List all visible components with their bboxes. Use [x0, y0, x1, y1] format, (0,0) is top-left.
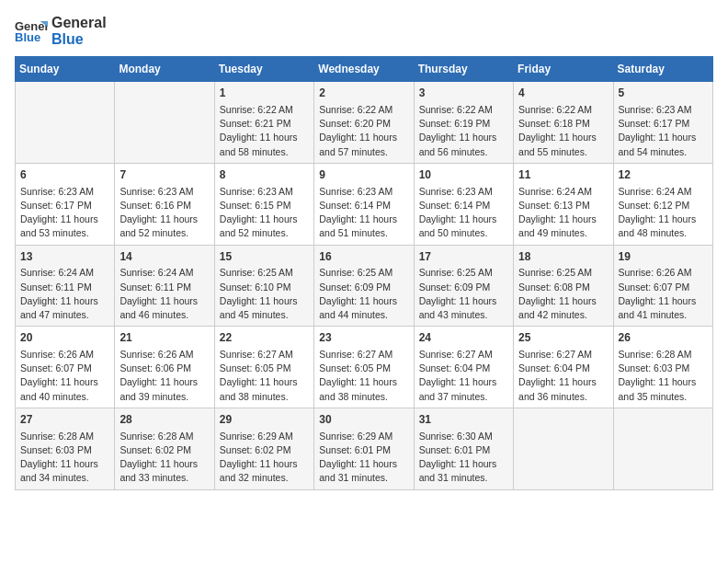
day-number: 25: [518, 330, 608, 346]
cell-content: Sunrise: 6:29 AMSunset: 6:02 PMDaylight:…: [220, 430, 309, 486]
cell-content: Sunrise: 6:26 AMSunset: 6:07 PMDaylight:…: [20, 348, 109, 404]
day-number: 14: [119, 249, 209, 265]
calendar-cell: 31Sunrise: 6:30 AMSunset: 6:01 PMDayligh…: [414, 408, 513, 489]
cell-content: Sunrise: 6:23 AMSunset: 6:17 PMDaylight:…: [20, 185, 109, 241]
logo: General Blue General Blue: [15, 15, 107, 47]
calendar-cell: 28Sunrise: 6:28 AMSunset: 6:02 PMDayligh…: [115, 408, 214, 489]
cell-content: Sunrise: 6:24 AMSunset: 6:13 PMDaylight:…: [518, 185, 608, 241]
day-number: 8: [220, 167, 309, 183]
cell-content: Sunrise: 6:23 AMSunset: 6:17 PMDaylight:…: [619, 103, 708, 159]
col-header-saturday: Saturday: [613, 57, 712, 82]
day-number: 10: [419, 167, 508, 183]
day-number: 2: [319, 86, 408, 101]
calendar-cell: 5Sunrise: 6:23 AMSunset: 6:17 PMDaylight…: [613, 82, 712, 164]
cell-content: Sunrise: 6:25 AMSunset: 6:09 PMDaylight:…: [319, 266, 408, 322]
day-number: 21: [119, 330, 209, 346]
calendar-cell: 20Sunrise: 6:26 AMSunset: 6:07 PMDayligh…: [16, 327, 115, 408]
calendar-week-4: 20Sunrise: 6:26 AMSunset: 6:07 PMDayligh…: [16, 327, 713, 408]
logo-general: General: [51, 15, 107, 31]
calendar-week-2: 6Sunrise: 6:23 AMSunset: 6:17 PMDaylight…: [16, 163, 713, 245]
day-number: 29: [220, 412, 309, 428]
calendar-cell: [16, 82, 115, 164]
calendar-week-1: 1Sunrise: 6:22 AMSunset: 6:21 PMDaylight…: [16, 82, 713, 164]
cell-content: Sunrise: 6:23 AMSunset: 6:16 PMDaylight:…: [119, 185, 209, 241]
calendar-cell: 6Sunrise: 6:23 AMSunset: 6:17 PMDaylight…: [16, 163, 115, 245]
col-header-thursday: Thursday: [414, 57, 513, 82]
calendar-cell: 11Sunrise: 6:24 AMSunset: 6:13 PMDayligh…: [514, 163, 613, 245]
calendar-cell: 25Sunrise: 6:27 AMSunset: 6:04 PMDayligh…: [514, 327, 613, 408]
cell-content: Sunrise: 6:24 AMSunset: 6:11 PMDaylight:…: [119, 266, 209, 322]
cell-content: Sunrise: 6:26 AMSunset: 6:07 PMDaylight:…: [619, 266, 708, 322]
calendar-cell: 1Sunrise: 6:22 AMSunset: 6:21 PMDaylight…: [214, 82, 313, 164]
cell-content: Sunrise: 6:28 AMSunset: 6:03 PMDaylight:…: [619, 348, 708, 404]
day-number: 11: [518, 167, 608, 183]
col-header-monday: Monday: [115, 57, 214, 82]
day-number: 27: [20, 412, 109, 428]
calendar-cell: 17Sunrise: 6:25 AMSunset: 6:09 PMDayligh…: [414, 245, 513, 327]
cell-content: Sunrise: 6:25 AMSunset: 6:09 PMDaylight:…: [419, 266, 508, 322]
calendar-cell: 9Sunrise: 6:23 AMSunset: 6:14 PMDaylight…: [314, 163, 414, 245]
cell-content: Sunrise: 6:23 AMSunset: 6:15 PMDaylight:…: [220, 185, 309, 241]
calendar-cell: 22Sunrise: 6:27 AMSunset: 6:05 PMDayligh…: [214, 327, 313, 408]
day-number: 30: [319, 412, 408, 428]
day-number: 15: [220, 249, 309, 265]
cell-content: Sunrise: 6:22 AMSunset: 6:19 PMDaylight:…: [419, 103, 508, 159]
logo-blue: Blue: [51, 31, 107, 48]
page-header: General Blue General Blue: [15, 15, 713, 47]
day-number: 12: [619, 167, 708, 183]
calendar-cell: 13Sunrise: 6:24 AMSunset: 6:11 PMDayligh…: [16, 245, 115, 327]
calendar-table: SundayMondayTuesdayWednesdayThursdayFrid…: [15, 56, 713, 489]
cell-content: Sunrise: 6:29 AMSunset: 6:01 PMDaylight:…: [319, 430, 408, 486]
cell-content: Sunrise: 6:22 AMSunset: 6:21 PMDaylight:…: [220, 103, 309, 159]
cell-content: Sunrise: 6:27 AMSunset: 6:05 PMDaylight:…: [319, 348, 408, 404]
cell-content: Sunrise: 6:27 AMSunset: 6:04 PMDaylight:…: [419, 348, 508, 404]
calendar-cell: 21Sunrise: 6:26 AMSunset: 6:06 PMDayligh…: [115, 327, 214, 408]
calendar-cell: 15Sunrise: 6:25 AMSunset: 6:10 PMDayligh…: [214, 245, 313, 327]
cell-content: Sunrise: 6:26 AMSunset: 6:06 PMDaylight:…: [119, 348, 209, 404]
calendar-cell: 12Sunrise: 6:24 AMSunset: 6:12 PMDayligh…: [613, 163, 712, 245]
cell-content: Sunrise: 6:24 AMSunset: 6:12 PMDaylight:…: [619, 185, 708, 241]
day-number: 22: [220, 330, 309, 346]
cell-content: Sunrise: 6:27 AMSunset: 6:04 PMDaylight:…: [518, 348, 608, 404]
calendar-cell: 8Sunrise: 6:23 AMSunset: 6:15 PMDaylight…: [214, 163, 313, 245]
calendar-cell: 23Sunrise: 6:27 AMSunset: 6:05 PMDayligh…: [314, 327, 414, 408]
calendar-cell: 18Sunrise: 6:25 AMSunset: 6:08 PMDayligh…: [514, 245, 613, 327]
cell-content: Sunrise: 6:24 AMSunset: 6:11 PMDaylight:…: [20, 266, 109, 322]
day-number: 17: [419, 249, 508, 265]
calendar-cell: 2Sunrise: 6:22 AMSunset: 6:20 PMDaylight…: [314, 82, 414, 164]
cell-content: Sunrise: 6:23 AMSunset: 6:14 PMDaylight:…: [419, 185, 508, 241]
day-number: 6: [20, 167, 109, 183]
day-number: 28: [119, 412, 209, 428]
calendar-cell: 19Sunrise: 6:26 AMSunset: 6:07 PMDayligh…: [613, 245, 712, 327]
cell-content: Sunrise: 6:25 AMSunset: 6:10 PMDaylight:…: [220, 266, 309, 322]
calendar-week-5: 27Sunrise: 6:28 AMSunset: 6:03 PMDayligh…: [16, 408, 713, 489]
calendar-cell: 30Sunrise: 6:29 AMSunset: 6:01 PMDayligh…: [314, 408, 414, 489]
svg-text:Blue: Blue: [15, 30, 40, 44]
calendar-cell: [613, 408, 712, 489]
calendar-cell: 7Sunrise: 6:23 AMSunset: 6:16 PMDaylight…: [115, 163, 214, 245]
day-number: 5: [619, 86, 708, 101]
col-header-sunday: Sunday: [16, 57, 115, 82]
logo-icon: General Blue: [15, 17, 48, 45]
day-number: 24: [419, 330, 508, 346]
day-number: 4: [518, 86, 608, 101]
calendar-cell: 29Sunrise: 6:29 AMSunset: 6:02 PMDayligh…: [214, 408, 313, 489]
col-header-tuesday: Tuesday: [214, 57, 313, 82]
day-number: 20: [20, 330, 109, 346]
col-header-friday: Friday: [514, 57, 613, 82]
calendar-cell: 16Sunrise: 6:25 AMSunset: 6:09 PMDayligh…: [314, 245, 414, 327]
calendar-cell: 4Sunrise: 6:22 AMSunset: 6:18 PMDaylight…: [514, 82, 613, 164]
calendar-header-row: SundayMondayTuesdayWednesdayThursdayFrid…: [16, 57, 713, 82]
calendar-cell: 3Sunrise: 6:22 AMSunset: 6:19 PMDaylight…: [414, 82, 513, 164]
cell-content: Sunrise: 6:22 AMSunset: 6:18 PMDaylight:…: [518, 103, 608, 159]
day-number: 31: [419, 412, 508, 428]
calendar-week-3: 13Sunrise: 6:24 AMSunset: 6:11 PMDayligh…: [16, 245, 713, 327]
calendar-cell: [115, 82, 214, 164]
day-number: 9: [319, 167, 408, 183]
day-number: 18: [518, 249, 608, 265]
day-number: 1: [220, 86, 309, 101]
calendar-cell: 26Sunrise: 6:28 AMSunset: 6:03 PMDayligh…: [613, 327, 712, 408]
cell-content: Sunrise: 6:22 AMSunset: 6:20 PMDaylight:…: [319, 103, 408, 159]
calendar-cell: [514, 408, 613, 489]
calendar-cell: 10Sunrise: 6:23 AMSunset: 6:14 PMDayligh…: [414, 163, 513, 245]
